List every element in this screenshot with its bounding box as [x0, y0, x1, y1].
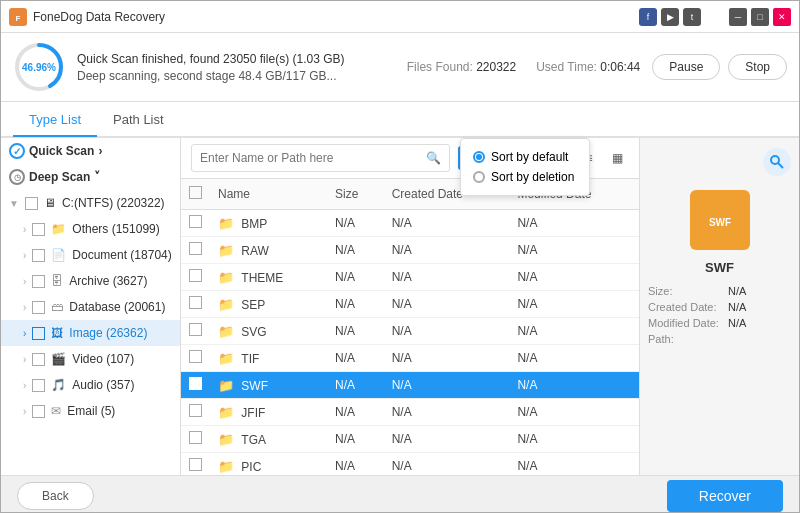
row-checkbox[interactable] [189, 431, 202, 444]
table-row[interactable]: 📁 SVG N/A N/A N/A [181, 318, 639, 345]
svg-text:SWF: SWF [708, 217, 730, 228]
pause-button[interactable]: Pause [652, 54, 720, 80]
drive-checkbox[interactable] [25, 197, 38, 210]
image-label: Image (26362) [69, 326, 172, 340]
row-checkbox[interactable] [189, 296, 202, 309]
folder-icon: 📁 [218, 351, 234, 366]
row-created: N/A [384, 291, 510, 318]
sidebar-item-image[interactable]: › 🖼 Image (26362) [1, 320, 180, 346]
sidebar-item-document[interactable]: › 📄 Document (18704) [1, 242, 180, 268]
sidebar-quick-scan[interactable]: ✓ Quick Scan › [1, 138, 180, 164]
row-checkbox[interactable] [189, 458, 202, 471]
facebook-icon[interactable]: f [639, 8, 657, 26]
svg-line-5 [778, 163, 783, 168]
row-checkbox[interactable] [189, 323, 202, 336]
minimize-button[interactable]: ─ [729, 8, 747, 26]
columns-view-icon[interactable]: ▦ [605, 146, 629, 170]
row-created: N/A [384, 453, 510, 476]
image-checkbox[interactable] [32, 327, 45, 340]
sidebar-drive[interactable]: ▼ 🖥 C:(NTFS) (220322) [1, 190, 180, 216]
stop-button[interactable]: Stop [728, 54, 787, 80]
archive-checkbox[interactable] [32, 275, 45, 288]
sort-default-label: Sort by default [491, 150, 568, 164]
preview-path-label: Path: [648, 333, 728, 345]
row-checkbox[interactable] [189, 350, 202, 363]
row-checkbox[interactable] [189, 377, 202, 390]
files-found-value: 220322 [476, 60, 516, 74]
tab-path-list[interactable]: Path List [97, 104, 180, 137]
row-checkbox[interactable] [189, 269, 202, 282]
table-row[interactable]: 📁 RAW N/A N/A N/A [181, 237, 639, 264]
row-name: PIC [241, 460, 261, 474]
folder-icon: 📁 [218, 378, 234, 393]
audio-checkbox[interactable] [32, 379, 45, 392]
table-row[interactable]: 📁 SEP N/A N/A N/A [181, 291, 639, 318]
table-row[interactable]: 📁 TIF N/A N/A N/A [181, 345, 639, 372]
top-buttons: Pause Stop [652, 54, 787, 80]
sidebar-item-email[interactable]: › ✉ Email (5) [1, 398, 180, 424]
close-button[interactable]: ✕ [773, 8, 791, 26]
progress-stats: Files Found: 220322 Used Time: 0:06:44 [407, 60, 641, 74]
maximize-button[interactable]: □ [751, 8, 769, 26]
table-row[interactable]: 📁 PIC N/A N/A N/A [181, 453, 639, 476]
others-checkbox[interactable] [32, 223, 45, 236]
col-size: Size [327, 179, 384, 210]
database-label: Database (20061) [69, 300, 172, 314]
row-modified: N/A [509, 399, 639, 426]
window-controls: f ▶ t ─ □ ✕ [639, 8, 791, 26]
row-created: N/A [384, 210, 510, 237]
search-input[interactable] [200, 151, 422, 165]
main-content: ✓ Quick Scan › ◷ Deep Scan ˅ ▼ 🖥 C:(NTFS… [1, 138, 799, 475]
row-size: N/A [327, 345, 384, 372]
preview-file-icon: SWF [690, 190, 750, 250]
twitter-icon[interactable]: t [683, 8, 701, 26]
database-checkbox[interactable] [32, 301, 45, 314]
search-icon: 🔍 [426, 151, 441, 165]
sort-deletion-option[interactable]: Sort by deletion [469, 167, 581, 187]
database-icon: 🗃 [51, 300, 63, 314]
row-created: N/A [384, 264, 510, 291]
table-row[interactable]: 📁 TGA N/A N/A N/A [181, 426, 639, 453]
sort-dropdown: Sort by default Sort by deletion [460, 138, 590, 196]
quick-scan-label: Quick Scan [29, 144, 94, 158]
recover-button[interactable]: Recover [667, 480, 783, 512]
table-row[interactable]: 📁 SWF N/A N/A N/A [181, 372, 639, 399]
sidebar-item-archive[interactable]: › 🗄 Archive (3627) [1, 268, 180, 294]
row-checkbox[interactable] [189, 404, 202, 417]
table-row[interactable]: 📁 BMP N/A N/A N/A [181, 210, 639, 237]
image-icon: 🖼 [51, 326, 63, 340]
sort-default-option[interactable]: Sort by default [469, 147, 581, 167]
back-button[interactable]: Back [17, 482, 94, 510]
deep-scan-arrow-icon: ˅ [94, 170, 100, 184]
folder-icon: 📁 [218, 432, 234, 447]
document-checkbox[interactable] [32, 249, 45, 262]
folder-icon: 📁 [218, 270, 234, 285]
select-all-checkbox[interactable] [189, 186, 202, 199]
row-name: TGA [241, 433, 266, 447]
preview-created-value: N/A [728, 301, 746, 313]
preview-search-icon[interactable] [763, 148, 791, 176]
youtube-icon[interactable]: ▶ [661, 8, 679, 26]
row-size: N/A [327, 399, 384, 426]
sidebar: ✓ Quick Scan › ◷ Deep Scan ˅ ▼ 🖥 C:(NTFS… [1, 138, 181, 475]
row-checkbox[interactable] [189, 242, 202, 255]
sidebar-item-video[interactable]: › 🎬 Video (107) [1, 346, 180, 372]
row-created: N/A [384, 372, 510, 399]
sidebar-item-audio[interactable]: › 🎵 Audio (357) [1, 372, 180, 398]
tab-bar: Type List Path List [1, 102, 799, 138]
table-row[interactable]: 📁 THEME N/A N/A N/A [181, 264, 639, 291]
tab-type-list[interactable]: Type List [13, 104, 97, 137]
sort-default-radio [473, 151, 485, 163]
row-modified: N/A [509, 264, 639, 291]
email-label: Email (5) [67, 404, 172, 418]
table-row[interactable]: 📁 JFIF N/A N/A N/A [181, 399, 639, 426]
row-checkbox[interactable] [189, 215, 202, 228]
preview-modified-value: N/A [728, 317, 746, 329]
svg-point-4 [771, 156, 779, 164]
email-checkbox[interactable] [32, 405, 45, 418]
video-checkbox[interactable] [32, 353, 45, 366]
sidebar-item-database[interactable]: › 🗃 Database (20061) [1, 294, 180, 320]
folder-icon: 📁 [218, 324, 234, 339]
sidebar-item-others[interactable]: › 📁 Others (151099) [1, 216, 180, 242]
sidebar-deep-scan[interactable]: ◷ Deep Scan ˅ [1, 164, 180, 190]
